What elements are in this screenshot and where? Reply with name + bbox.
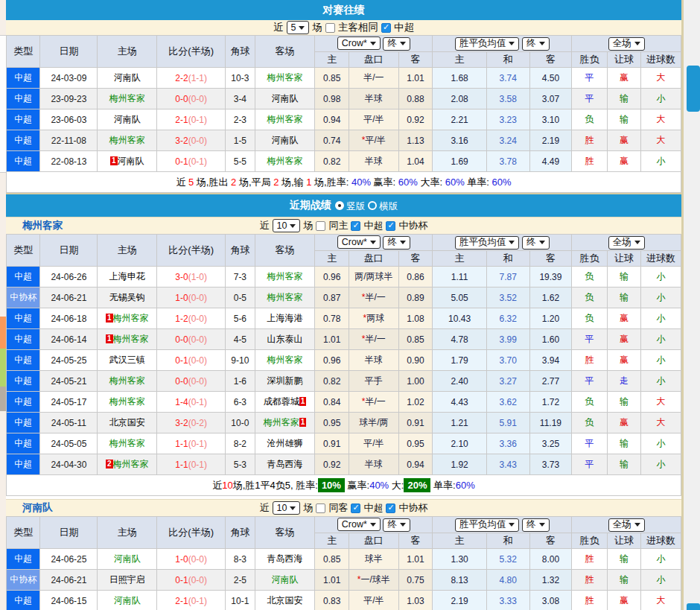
side-panel-button[interactable] [687, 66, 700, 112]
match-date: 24-05-25 [40, 350, 98, 371]
col-corner-header: 角球 [226, 235, 255, 267]
scope-group-header: 全场 [572, 235, 681, 251]
home-team[interactable]: 梅州客家 [113, 313, 149, 323]
card-badge: 1 [299, 418, 307, 427]
company-select[interactable]: Crow* [337, 36, 381, 50]
final-select[interactable]: 终 [522, 236, 550, 250]
scope-select[interactable]: 全场 [608, 236, 645, 250]
table-row: 中超24-04-302梅州客家1-1(0-1)5-3青岛西海0.92半球0.94… [7, 454, 681, 475]
home-team[interactable]: 河南队 [114, 72, 141, 83]
corner-count: 10-0 [226, 413, 255, 433]
table-row: 中超24-06-15河南队2-1(0-1)10-1北京国安0.83平/半1.03… [7, 591, 681, 610]
home-team[interactable]: 日照宇启 [109, 574, 145, 585]
away-team[interactable]: 河南队 [272, 574, 299, 585]
checkbox-中超[interactable] [351, 221, 360, 231]
home-team[interactable]: 河南队 [114, 114, 141, 124]
away-team[interactable]: 深圳新鹏 [267, 375, 303, 386]
away-team[interactable]: 梅州客家 [267, 292, 303, 302]
home-team[interactable]: 河南队 [114, 595, 141, 606]
team-name-henan[interactable]: 河南队 [22, 501, 53, 515]
away-team[interactable]: 梅州客家 [267, 271, 303, 282]
checkbox-中超[interactable] [381, 23, 391, 33]
result-outcome: 平 [572, 68, 608, 89]
away-team[interactable]: 青岛西海 [267, 459, 303, 469]
home-team[interactable]: 上海申花 [109, 271, 145, 282]
away-team-cell: 青岛西海 [255, 454, 315, 475]
col-date-header: 日期 [40, 517, 98, 549]
home-team[interactable]: 无锡吴钩 [109, 292, 145, 302]
home-team[interactable]: 梅州客家 [109, 135, 145, 145]
company-select[interactable]: Crow* [337, 235, 381, 249]
near-label: 近 [260, 501, 270, 515]
home-team[interactable]: 北京国安 [109, 417, 145, 428]
team-name-meizhou[interactable]: 梅州客家 [22, 219, 63, 232]
home-team[interactable]: 梅州客家 [109, 375, 145, 386]
col-home-header: 主场 [98, 517, 157, 549]
match-score: 2-1(0-1) [157, 109, 226, 130]
odds-away-value: 1.02 [398, 392, 433, 413]
away-team[interactable]: 沧州雄狮 [267, 438, 303, 448]
away-team[interactable]: 青岛西海 [267, 553, 303, 564]
radio-竖版[interactable] [335, 201, 344, 210]
checkbox-同客[interactable] [316, 503, 325, 513]
away-team[interactable]: 河南队 [272, 135, 299, 145]
table-row: 中超24-05-25武汉三镇0-1(0-0)9-10梅州客家0.96半球0.90… [7, 350, 681, 371]
match-date: 22-08-13 [40, 151, 98, 172]
home-team[interactable]: 河南队 [118, 156, 144, 166]
away-team[interactable]: 北京国安 [267, 595, 303, 606]
final-select[interactable]: 终 [383, 37, 410, 51]
home-team[interactable]: 梅州客家 [109, 396, 145, 407]
match-date: 24-05-21 [40, 371, 98, 392]
home-team[interactable]: 武汉三镇 [109, 355, 145, 365]
goals-count-header: 进球数 [641, 251, 681, 267]
home-team[interactable]: 河南队 [114, 553, 141, 564]
radio-横版[interactable] [368, 201, 377, 210]
scope-select[interactable]: 全场 [608, 518, 645, 532]
star-mark: * [357, 574, 361, 585]
home-team[interactable]: 梅州客家 [109, 438, 145, 448]
checkbox-label: 中超 [363, 501, 383, 515]
let-goal-header: 让球 [607, 52, 640, 68]
company-select[interactable]: Crow* [337, 518, 381, 531]
away-team[interactable]: 山东泰山 [267, 334, 303, 344]
away-team[interactable]: 河南队 [272, 93, 299, 104]
home-team[interactable]: 梅州客家 [109, 93, 145, 104]
away-team[interactable]: 梅州客家 [267, 355, 303, 365]
checkbox-同主[interactable] [316, 221, 325, 231]
match-count-select[interactable]: 5 [287, 21, 310, 34]
col-corner-header: 角球 [226, 517, 255, 549]
final-select[interactable]: 终 [522, 37, 550, 51]
checkbox-中协杯[interactable] [386, 503, 395, 513]
away-team[interactable]: 梅州客家 [267, 114, 303, 124]
checkbox-中协杯[interactable] [386, 221, 395, 231]
fulltime-score: 2-1 [175, 596, 188, 606]
final-select[interactable]: 终 [522, 518, 550, 532]
side-panel-button-bottom[interactable] [687, 603, 700, 610]
league-badge: 中超 [7, 89, 40, 109]
home-team[interactable]: 梅州客家 [113, 459, 149, 469]
odds-home-value: 0.85 [315, 549, 349, 570]
result-outcome: 负 [572, 308, 608, 329]
avg-home-value: 3.16 [433, 130, 487, 151]
final-select[interactable]: 终 [383, 518, 410, 532]
checkbox-中超[interactable] [351, 503, 360, 513]
away-team[interactable]: 上海海港 [267, 313, 303, 323]
away-team[interactable]: 成都蓉城 [264, 396, 299, 407]
away-team[interactable]: 梅州客家 [267, 72, 303, 83]
match-count-select[interactable]: 10 [273, 219, 301, 232]
summary-segment: 10% [318, 478, 345, 492]
match-count-select[interactable]: 10 [273, 501, 301, 515]
odds-away-header: 客 [398, 533, 433, 549]
scope-select[interactable]: 全场 [608, 37, 645, 51]
avg-select-value: 胜平负均值 [459, 236, 506, 249]
avg-select[interactable]: 胜平负均值 [455, 37, 520, 51]
avg-select[interactable]: 胜平负均值 [455, 236, 520, 250]
home-team[interactable]: 梅州客家 [113, 334, 149, 344]
chevron-down-icon [539, 241, 545, 244]
away-team[interactable]: 梅州客家 [267, 156, 303, 166]
avg-select[interactable]: 胜平负均值 [455, 518, 520, 532]
final-select[interactable]: 终 [383, 236, 410, 250]
checkbox-主客相同[interactable] [325, 23, 335, 33]
away-team[interactable]: 梅州客家 [264, 417, 299, 428]
match-date: 24-06-14 [40, 329, 98, 350]
